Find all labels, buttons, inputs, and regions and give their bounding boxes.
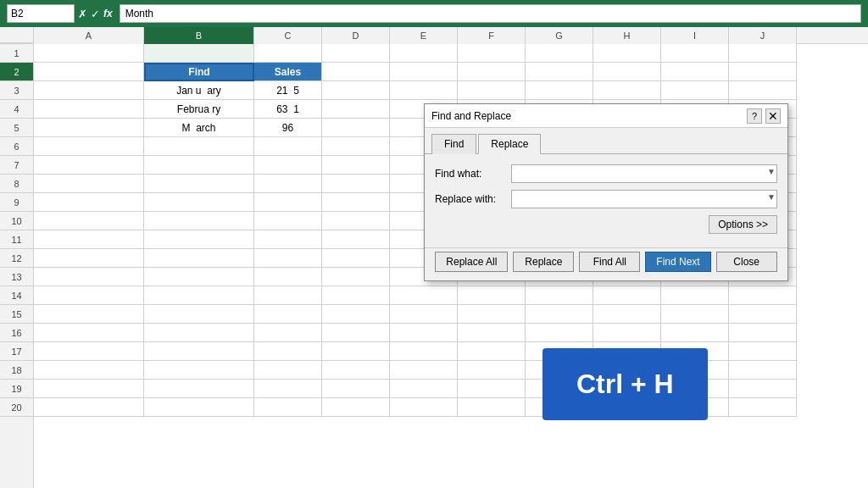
- cell-c6[interactable]: [254, 137, 322, 156]
- cell-d8[interactable]: [322, 175, 390, 193]
- cell-a3[interactable]: [34, 81, 144, 100]
- cell-j20[interactable]: [729, 398, 797, 417]
- replace-button[interactable]: Replace: [513, 252, 574, 272]
- cell-c10[interactable]: [254, 212, 322, 230]
- cell-f3[interactable]: [458, 81, 526, 100]
- cell-e15[interactable]: [390, 305, 458, 324]
- cell-g16[interactable]: [526, 324, 593, 342]
- cell-d9[interactable]: [322, 193, 390, 212]
- cell-d14[interactable]: [322, 286, 390, 305]
- cell-i1[interactable]: [661, 44, 729, 63]
- cell-j14[interactable]: [729, 286, 797, 305]
- cell-f14[interactable]: [458, 286, 526, 305]
- cell-g19[interactable]: [526, 380, 593, 398]
- name-box[interactable]: B2: [7, 4, 75, 23]
- cell-c9[interactable]: [254, 193, 322, 212]
- close-button[interactable]: Close: [716, 252, 777, 272]
- cell-i20[interactable]: [661, 398, 729, 417]
- cell-d16[interactable]: [322, 324, 390, 342]
- cell-f1[interactable]: [458, 44, 526, 63]
- cell-d12[interactable]: [322, 249, 390, 268]
- cell-b13[interactable]: [144, 268, 254, 286]
- cell-a8[interactable]: [34, 175, 144, 193]
- cell-d19[interactable]: [322, 380, 390, 398]
- cell-e2[interactable]: [390, 63, 458, 81]
- tab-replace[interactable]: Replace: [478, 134, 541, 154]
- cell-d20[interactable]: [322, 398, 390, 417]
- cell-a2[interactable]: [34, 63, 144, 81]
- cell-g15[interactable]: [526, 305, 593, 324]
- cell-c14[interactable]: [254, 286, 322, 305]
- cell-a1[interactable]: [34, 44, 144, 63]
- cell-d4[interactable]: [322, 100, 390, 119]
- cell-a20[interactable]: [34, 398, 144, 417]
- cell-h2[interactable]: [593, 63, 661, 81]
- cell-b7[interactable]: [144, 156, 254, 175]
- cell-a15[interactable]: [34, 305, 144, 324]
- cell-b2[interactable]: Find: [144, 63, 254, 81]
- cell-e3[interactable]: [390, 81, 458, 100]
- cell-b8[interactable]: [144, 175, 254, 193]
- replace-all-button[interactable]: Replace All: [435, 252, 508, 272]
- cell-b19[interactable]: [144, 380, 254, 398]
- cell-b10[interactable]: [144, 212, 254, 230]
- cell-d6[interactable]: [322, 137, 390, 156]
- cell-c13[interactable]: [254, 268, 322, 286]
- cell-b4[interactable]: Februa ry: [144, 100, 254, 119]
- cell-c12[interactable]: [254, 249, 322, 268]
- cell-d11[interactable]: [322, 230, 390, 249]
- cell-h3[interactable]: [593, 81, 661, 100]
- cell-j3[interactable]: [729, 81, 797, 100]
- cell-h14[interactable]: [593, 286, 661, 305]
- cell-j1[interactable]: [729, 44, 797, 63]
- cell-e14[interactable]: [390, 286, 458, 305]
- cell-c8[interactable]: [254, 175, 322, 193]
- cell-i15[interactable]: [661, 305, 729, 324]
- cell-e1[interactable]: [390, 44, 458, 63]
- cell-a17[interactable]: [34, 342, 144, 361]
- cell-a18[interactable]: [34, 361, 144, 380]
- cell-g3[interactable]: [526, 81, 593, 100]
- cell-i3[interactable]: [661, 81, 729, 100]
- cell-a5[interactable]: [34, 119, 144, 137]
- cell-g17[interactable]: [526, 342, 593, 361]
- cell-e20[interactable]: [390, 398, 458, 417]
- cell-d10[interactable]: [322, 212, 390, 230]
- cell-h16[interactable]: [593, 324, 661, 342]
- cell-h18[interactable]: [593, 361, 661, 380]
- cell-b11[interactable]: [144, 230, 254, 249]
- cell-e16[interactable]: [390, 324, 458, 342]
- cell-h19[interactable]: [593, 380, 661, 398]
- options-button[interactable]: Options >>: [709, 215, 777, 234]
- cell-d1[interactable]: [322, 44, 390, 63]
- cell-f20[interactable]: [458, 398, 526, 417]
- cell-g20[interactable]: [526, 398, 593, 417]
- cell-b3[interactable]: Jan u ary: [144, 81, 254, 100]
- find-what-input[interactable]: [511, 164, 777, 183]
- cell-a7[interactable]: [34, 156, 144, 175]
- cell-f17[interactable]: [458, 342, 526, 361]
- cell-g2[interactable]: [526, 63, 593, 81]
- cell-h15[interactable]: [593, 305, 661, 324]
- cell-a9[interactable]: [34, 193, 144, 212]
- cell-b17[interactable]: [144, 342, 254, 361]
- cell-e19[interactable]: [390, 380, 458, 398]
- cell-b14[interactable]: [144, 286, 254, 305]
- cell-i16[interactable]: [661, 324, 729, 342]
- cell-d17[interactable]: [322, 342, 390, 361]
- cell-f2[interactable]: [458, 63, 526, 81]
- cell-d13[interactable]: [322, 268, 390, 286]
- cell-b9[interactable]: [144, 193, 254, 212]
- cell-c19[interactable]: [254, 380, 322, 398]
- cell-c16[interactable]: [254, 324, 322, 342]
- cell-b6[interactable]: [144, 137, 254, 156]
- cell-j18[interactable]: [729, 361, 797, 380]
- cell-i2[interactable]: [661, 63, 729, 81]
- cell-a13[interactable]: [34, 268, 144, 286]
- cell-a12[interactable]: [34, 249, 144, 268]
- cell-i18[interactable]: [661, 361, 729, 380]
- cell-a16[interactable]: [34, 324, 144, 342]
- cell-j2[interactable]: [729, 63, 797, 81]
- cell-d5[interactable]: [322, 119, 390, 137]
- cell-c15[interactable]: [254, 305, 322, 324]
